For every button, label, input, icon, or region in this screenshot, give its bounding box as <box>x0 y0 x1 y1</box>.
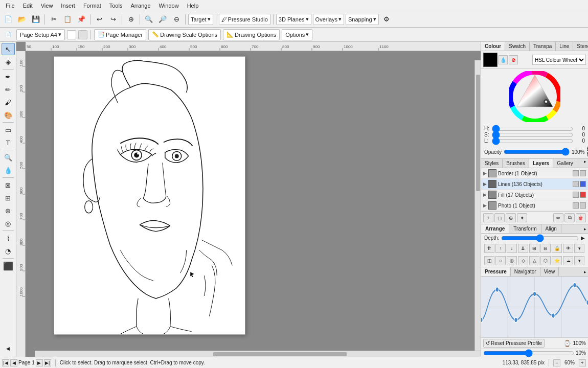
arr-shape-4[interactable]: ◇ <box>518 256 528 265</box>
s-slider[interactable] <box>492 133 573 137</box>
move-up-btn[interactable]: ✏ <box>553 213 563 222</box>
layer-vis-photo[interactable] <box>573 202 579 209</box>
new-btn[interactable]: 📄 <box>2 13 14 26</box>
drawing-scale-btn[interactable]: 📏 Drawing Scale Options <box>148 29 221 40</box>
arr-front-btn[interactable]: ⇈ <box>484 244 494 253</box>
zoom-out-status-btn[interactable]: − <box>553 359 560 366</box>
layer-item-fill[interactable]: ▶ Fill (17 Objects) <box>481 190 588 200</box>
page-setup-btn[interactable]: Page Setup A4 ▾ <box>16 29 65 40</box>
h-slider[interactable] <box>492 127 573 131</box>
first-page-btn[interactable]: |◀ <box>2 359 9 366</box>
menu-item-arrange[interactable]: Arrange <box>127 2 154 10</box>
brush-tool[interactable]: 🖌 <box>2 96 15 108</box>
layer-vis-border[interactable] <box>573 170 579 176</box>
hsl-wheel[interactable] <box>509 71 560 122</box>
pressure-graph[interactable] <box>481 277 588 338</box>
zoom-in-btn[interactable]: 🔎 <box>156 13 169 26</box>
arr-shape-6[interactable]: ⬡ <box>540 256 551 265</box>
cut-btn[interactable]: ✂ <box>48 13 60 26</box>
blend-tool[interactable]: ◎ <box>2 217 15 229</box>
grid-tool[interactable]: ⊞ <box>2 192 15 204</box>
overlays-btn[interactable]: Overlays ▾ <box>313 14 344 25</box>
text-tool[interactable]: T <box>2 136 15 149</box>
arr-shape-2[interactable]: ○ <box>495 256 506 265</box>
layer-vis-fill[interactable] <box>573 192 579 198</box>
layer-lock-lines[interactable] <box>580 181 586 187</box>
layer-expand-photo[interactable]: ▶ <box>483 203 487 208</box>
pen-tool[interactable]: ✒ <box>2 71 15 83</box>
transparency-tab[interactable]: Transpa <box>530 42 556 51</box>
l-slider[interactable] <box>492 139 573 143</box>
zoom-tool[interactable]: 🔍 <box>2 151 15 164</box>
layers-expand[interactable]: ▸ <box>582 159 588 168</box>
arr-group-btn[interactable]: ⊞ <box>529 244 539 253</box>
adjustment-btn[interactable]: ⊕ <box>506 213 516 222</box>
line-tab[interactable]: Line <box>556 42 573 51</box>
page-thumb-white[interactable] <box>67 30 76 39</box>
menu-item-view[interactable]: View <box>37 2 57 10</box>
mask-btn[interactable]: ◻ <box>494 213 505 222</box>
save-btn[interactable]: 💾 <box>30 13 42 26</box>
drawing-options-btn[interactable]: 📐 Drawing Options <box>223 29 280 40</box>
zoom-fit-btn[interactable]: 🔍 <box>143 13 155 26</box>
navigator-tab[interactable]: Navigator <box>511 267 540 276</box>
menu-item-help[interactable]: Help <box>184 2 202 10</box>
target-dropdown[interactable]: Target ▾ <box>188 14 213 25</box>
depth-slider[interactable] <box>501 236 579 240</box>
colour-tab[interactable]: Colour <box>481 42 505 51</box>
arr-extra-btn[interactable]: ▾ <box>574 244 584 253</box>
options-btn[interactable]: Options ▾ <box>282 29 312 40</box>
fill-tool[interactable]: ⬛ <box>2 260 15 272</box>
copy-btn[interactable]: 📋 <box>61 13 74 26</box>
snap-btn[interactable]: ⊕ <box>125 13 137 26</box>
hscroll-thumb[interactable] <box>213 352 347 356</box>
toolbox-collapse[interactable]: ◀ <box>2 342 15 355</box>
arr-shape-8[interactable]: ☁ <box>563 256 573 265</box>
arr-back-btn[interactable]: ⇊ <box>518 244 528 253</box>
vector-brush-tool[interactable]: ⌇ <box>2 232 15 244</box>
pressure-wave-slider[interactable] <box>483 351 574 355</box>
foreground-swatch[interactable] <box>483 53 497 67</box>
styles-tab[interactable]: Styles <box>481 159 503 168</box>
stencils-tab[interactable]: Stencils <box>573 42 588 51</box>
layer-item-photo[interactable]: ▶ Photo (1 Object) <box>481 200 588 211</box>
brushes-tab[interactable]: Brushes <box>503 159 529 168</box>
pressure-tab[interactable]: Pressure <box>481 267 511 276</box>
undo-btn[interactable]: ↩ <box>93 13 105 26</box>
vscroll-thumb[interactable] <box>476 75 480 191</box>
paint-tool[interactable]: 🎨 <box>2 109 15 121</box>
menu-item-format[interactable]: Format <box>80 2 105 10</box>
crop-tool[interactable]: ⊠ <box>2 179 15 191</box>
fill-none-btn[interactable]: ⊘ <box>509 55 518 64</box>
planes-3d-btn[interactable]: 3D Planes ▾ <box>276 14 311 25</box>
add-group-btn[interactable]: + <box>483 213 493 222</box>
menu-item-tools[interactable]: Tools <box>106 2 126 10</box>
gallery-tab[interactable]: Gallery <box>553 159 577 168</box>
menu-item-window[interactable]: Window <box>155 2 183 10</box>
pressure-studio-btn[interactable]: 🖊 Pressure Studio <box>219 14 270 25</box>
swatch-tab[interactable]: Swatch <box>505 42 530 51</box>
layer-item-lines[interactable]: ▶ Lines (136 Objects) <box>481 179 588 190</box>
arr-hide-btn[interactable]: 👁 <box>563 244 573 253</box>
opacity-slider[interactable] <box>504 150 570 154</box>
contour-tool[interactable]: ◔ <box>2 245 15 257</box>
arrange-tab[interactable]: Arrange <box>481 224 509 233</box>
extra-btn[interactable]: ⚙ <box>380 13 393 26</box>
arr-forward-btn[interactable]: ↑ <box>495 244 506 253</box>
layer-lock-border[interactable] <box>580 170 586 176</box>
layers-tab[interactable]: Layers <box>529 159 553 168</box>
canvas-content[interactable] <box>26 51 481 357</box>
arrange-expand[interactable]: ▸ <box>582 226 588 232</box>
duplicate-btn[interactable]: ⧉ <box>564 213 575 222</box>
layer-lock-photo[interactable] <box>580 202 586 209</box>
pencil-tool[interactable]: ✏ <box>2 83 15 96</box>
next-page-btn[interactable]: ▶ <box>36 359 43 366</box>
colour-wheel-select[interactable]: HSL Colour Wheel <box>532 55 586 65</box>
layer-expand-lines[interactable]: ▶ <box>483 181 487 187</box>
warp-tool[interactable]: ⊛ <box>2 204 15 217</box>
snapping-btn[interactable]: Snapping ▾ <box>346 14 379 25</box>
page-thumb-grey[interactable] <box>78 30 87 39</box>
blend-effects-btn[interactable]: ✦ <box>517 213 527 222</box>
layer-expand-fill[interactable]: ▶ <box>483 192 487 197</box>
arr-shape-7[interactable]: ⭐ <box>552 256 562 265</box>
